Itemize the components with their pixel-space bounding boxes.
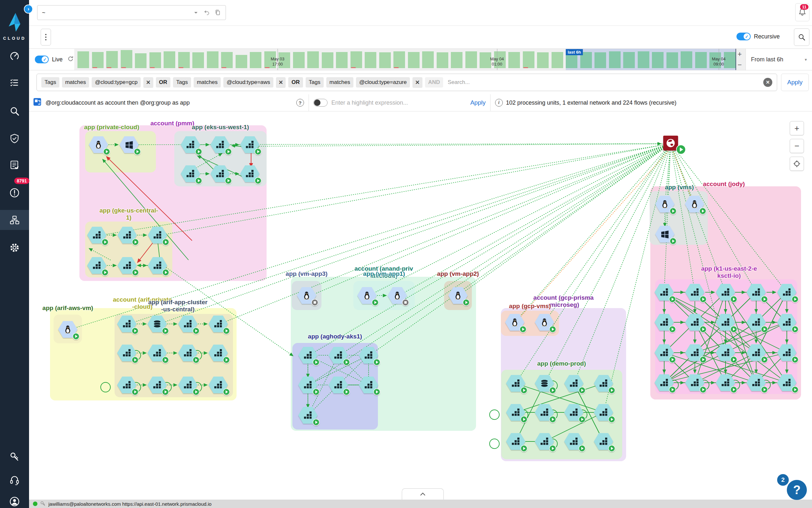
- graph-node-pod[interactable]: [117, 257, 137, 274]
- graph-node-pod[interactable]: [298, 407, 318, 424]
- sidebar-item-reports[interactable]: [0, 155, 29, 175]
- timeline-zoom-out-button[interactable]: −: [738, 61, 742, 69]
- chip-remove-icon[interactable]: ✕: [413, 77, 422, 88]
- filter-apply-button[interactable]: Apply: [781, 74, 809, 91]
- graph-node-pod[interactable]: [210, 165, 230, 182]
- timeline-bar[interactable]: [594, 52, 606, 68]
- timeline-bar[interactable]: [437, 52, 448, 68]
- graph-node-pod[interactable]: [685, 344, 705, 361]
- timeline-bar[interactable]: [681, 51, 692, 68]
- highlight-toggle[interactable]: [314, 99, 328, 107]
- graph-node-pod[interactable]: [716, 374, 735, 391]
- undo-icon[interactable]: [204, 9, 210, 16]
- timeline-bar[interactable]: [163, 51, 175, 68]
- refresh-icon[interactable]: [67, 55, 74, 64]
- graph-node-pod[interactable]: [208, 315, 228, 332]
- group-label-eks[interactable]: app (eks-us-west-1): [192, 124, 249, 131]
- graph-node-linux[interactable]: [655, 196, 674, 212]
- graph-node-pod[interactable]: [147, 377, 167, 393]
- graph-node-linux[interactable]: [58, 321, 78, 338]
- timeline-bar[interactable]: [250, 52, 261, 68]
- group-label-arif-aws-vm[interactable]: app (arif-aws-vm): [42, 304, 93, 312]
- timeline-bar[interactable]: [666, 52, 678, 68]
- graph-node-pod[interactable]: [117, 377, 137, 393]
- help-button[interactable]: ?: [787, 480, 807, 500]
- collapse-panel-button[interactable]: [402, 488, 444, 500]
- timeline-bar[interactable]: [652, 52, 664, 68]
- timeline-bar[interactable]: [149, 52, 161, 68]
- filter-operator-chip[interactable]: matches: [62, 77, 89, 87]
- sidebar-item-network[interactable]: [0, 210, 29, 230]
- filter-and-hint[interactable]: AND: [425, 77, 443, 87]
- timeline-bar[interactable]: [192, 52, 204, 68]
- graph-node-pod[interactable]: [178, 315, 197, 332]
- filter-expression-input[interactable]: Tagsmatches@cloud:type=gcp✕ORTagsmatches…: [37, 74, 777, 91]
- more-options-button[interactable]: [41, 29, 51, 46]
- graph-node-pod[interactable]: [535, 404, 554, 421]
- timeline-bar[interactable]: [336, 52, 347, 68]
- timeline-bar[interactable]: [609, 51, 621, 68]
- internet-node[interactable]: [663, 136, 678, 151]
- graph-node-db[interactable]: [147, 315, 167, 332]
- chip-remove-icon[interactable]: ✕: [276, 77, 286, 88]
- timeline-bar[interactable]: [537, 52, 548, 68]
- graph-node-pod[interactable]: [208, 377, 228, 393]
- group-label-aghody[interactable]: app (aghody-aks1): [308, 333, 362, 340]
- graph-node-pod[interactable]: [506, 375, 525, 392]
- timeline-bar[interactable]: [307, 51, 319, 68]
- sidebar-item-settings[interactable]: [0, 238, 29, 258]
- canvas-fit-button[interactable]: [790, 157, 804, 171]
- graph-node-pod[interactable]: [87, 257, 106, 274]
- group-label-vm-app1[interactable]: app (vm-app1): [363, 270, 405, 278]
- sidebar-item-dashboard[interactable]: [0, 46, 29, 66]
- timeline-bar[interactable]: [178, 52, 190, 68]
- filter-value-chip[interactable]: @cloud:type=azure: [356, 77, 410, 87]
- chip-remove-icon[interactable]: ✕: [143, 77, 153, 88]
- graph-node-pod[interactable]: [655, 374, 674, 391]
- timeline-bar[interactable]: [508, 52, 520, 68]
- graph-node-pod[interactable]: [359, 347, 378, 364]
- timeline-bar[interactable]: [322, 52, 333, 68]
- timeline-bar[interactable]: [408, 52, 420, 68]
- graph-node-pod[interactable]: [564, 404, 583, 421]
- graph-node-pod[interactable]: [117, 315, 137, 332]
- graph-node-pod[interactable]: [777, 344, 797, 361]
- group-label-jody[interactable]: account (jody): [703, 180, 745, 187]
- sidebar-item-inventory[interactable]: [0, 73, 29, 93]
- timeline-bar[interactable]: [92, 52, 104, 68]
- graph-node-pod[interactable]: [178, 345, 197, 362]
- grouping-expression[interactable]: @org:cloudaccount as account then @org:g…: [46, 99, 190, 106]
- graph-node-pod[interactable]: [777, 314, 797, 331]
- graph-node-pod[interactable]: [148, 257, 167, 274]
- graph-node-pod[interactable]: [181, 136, 200, 153]
- sidebar-item-support[interactable]: [0, 470, 29, 490]
- graph-node-pod[interactable]: [117, 345, 137, 362]
- filter-operator-chip[interactable]: matches: [194, 77, 221, 87]
- graph-node-pod[interactable]: [747, 314, 766, 331]
- timeline-bar[interactable]: [623, 52, 635, 68]
- sidebar-item-alerts[interactable]: 8791: [0, 183, 29, 203]
- graph-node-pod[interactable]: [655, 344, 674, 361]
- live-toggle[interactable]: ✓: [35, 55, 49, 63]
- graph-node-pod[interactable]: [208, 345, 228, 362]
- graph-node-linux[interactable]: [388, 287, 407, 304]
- timeline-bar[interactable]: [552, 52, 563, 68]
- graph-node-pod[interactable]: [210, 136, 230, 153]
- group-label-gcp-vms[interactable]: app (gcp-vms): [509, 303, 551, 310]
- graph-node-pod[interactable]: [747, 284, 766, 301]
- timeline-histogram[interactable]: last 6h: [78, 49, 738, 70]
- timeline-bar[interactable]: [135, 53, 146, 68]
- timeline-bar[interactable]: [78, 51, 89, 68]
- view-selector[interactable]: ~: [37, 5, 226, 20]
- timeline-bar[interactable]: [379, 52, 391, 68]
- graph-node-pod[interactable]: [747, 374, 766, 391]
- graph-node-windows[interactable]: [655, 226, 674, 243]
- timeline-bar[interactable]: [638, 51, 649, 68]
- timeline-bar[interactable]: [221, 52, 233, 68]
- filter-joiner[interactable]: OR: [288, 77, 303, 87]
- canvas-zoom-out-button[interactable]: −: [790, 139, 804, 153]
- graph-node-pod[interactable]: [777, 284, 797, 301]
- graph-node-pod[interactable]: [716, 344, 735, 361]
- graph-node-pod[interactable]: [685, 314, 705, 331]
- filter-field-chip[interactable]: Tags: [41, 77, 59, 87]
